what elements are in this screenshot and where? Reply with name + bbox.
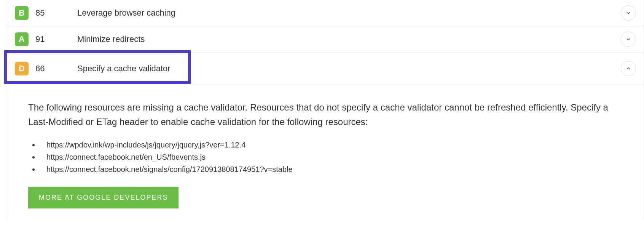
rule-score: 66 <box>35 64 58 74</box>
grade-badge: D <box>15 62 29 75</box>
rule-row-leverage-browser-caching[interactable]: B 85 Leverage browser caching <box>7 0 644 26</box>
rule-score: 85 <box>35 8 58 18</box>
rule-details: The following resources are missing a ca… <box>7 85 644 220</box>
chevron-up-icon[interactable] <box>621 61 636 76</box>
grade-badge: B <box>15 6 29 20</box>
grade-badge: A <box>15 32 29 46</box>
rule-title: Specify a cache validator <box>77 64 621 74</box>
rules-panel: B 85 Leverage browser caching A 91 Minim… <box>7 0 644 220</box>
rule-row-specify-cache-validator[interactable]: D 66 Specify a cache validator <box>7 53 644 85</box>
rule-score: 91 <box>35 34 58 44</box>
resource-list: https://wpdev.ink/wp-includes/js/jquery/… <box>28 139 623 175</box>
resource-item: https://wpdev.ink/wp-includes/js/jquery/… <box>40 139 623 151</box>
resource-item: https://connect.facebook.net/en_US/fbeve… <box>40 151 623 163</box>
rule-title: Leverage browser caching <box>77 8 621 18</box>
rule-row-minimize-redirects[interactable]: A 91 Minimize redirects <box>7 26 644 53</box>
rule-title: Minimize redirects <box>77 34 621 44</box>
resource-item: https://connect.facebook.net/signals/con… <box>40 163 623 175</box>
chevron-down-icon[interactable] <box>621 32 636 47</box>
more-at-google-developers-button[interactable]: MORE AT GOOGLE DEVELOPERS <box>28 187 179 208</box>
details-description: The following resources are missing a ca… <box>28 100 623 130</box>
chevron-down-icon[interactable] <box>621 5 636 21</box>
